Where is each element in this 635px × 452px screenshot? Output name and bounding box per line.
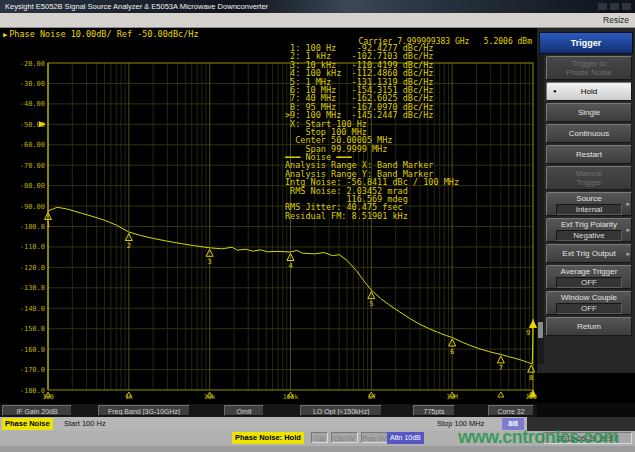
trace-header: ▶Phase Noise 10.00dB/ Ref -50.00dBc/Hz [3,29,199,39]
trace-marker-8 [528,365,535,372]
watermark: www.cntronics.com [458,427,619,448]
svg-text:-70.00: -70.00 [20,162,45,170]
status-bar-filler [537,403,635,417]
measurement-status-bar: IF Gain 20dBFreq Band [3G-10GHz]OmitLO O… [0,403,537,417]
svg-text:-60.00: -60.00 [20,141,45,149]
svg-text:-100.0: -100.0 [20,223,45,231]
title-bar: Keysight E5052B Signal Source Analyzer &… [0,0,635,13]
svg-text:-90.00: -90.00 [20,203,45,211]
ctrl-voltage-indicator: Ctrl 0V [331,432,358,443]
svg-text:-170.0: -170.0 [20,366,45,374]
axis-marker-tick-7 [498,392,504,397]
softkey-window-couple[interactable]: Window CoupleOFF [546,291,632,315]
softkey-sidebar: Trigger Trigger toPhase Noise●HoldSingle… [537,28,635,403]
trace-select-arrow-icon: ▶ [3,31,7,39]
svg-text:5: 5 [369,300,373,308]
svg-text:2: 2 [127,242,131,250]
svg-text:-130.0: -130.0 [20,284,45,292]
resize-button[interactable]: Resize [603,15,629,25]
submenu-arrow-icon: ▸ [626,249,630,258]
cal-indicator: Cal [311,432,328,443]
softkey-list: Trigger toPhase Noise●HoldSingleContinuo… [546,56,632,336]
sweep-range-bar: Phase Noise Start 100 Hz Stop 100 MHz 8/… [0,417,527,431]
svg-text:4: 4 [288,262,292,270]
softkey-return[interactable]: Return [546,317,632,336]
status-key-omit[interactable]: Omit [224,405,264,416]
analysis-info-line-11: Residual FM: 8.51901 kHz [285,212,459,220]
minimize-icon[interactable] [598,3,607,10]
svg-text:-30.00: -30.00 [20,80,45,88]
softkey-stack: Trigger Trigger toPhase Noise●HoldSingle… [537,28,635,373]
softkey-ext-trig-polarity[interactable]: Ext Trig PolarityNegative▸ [546,218,632,242]
close-icon[interactable] [622,3,631,10]
svg-text:7: 7 [499,364,503,372]
menu-bar: Resize [0,13,635,28]
start-frequency-label: Start 100 Hz [64,419,106,428]
selected-indicator: ● [553,87,557,96]
status-key-lo-opt-150khz-[interactable]: LO Opt [<150kHz] [300,405,382,416]
status-key-775pts[interactable]: 775pts [413,405,455,416]
status-key-freq-band-3g-10ghz-[interactable]: Freq Band [3G-10GHz] [98,405,190,416]
window-controls [598,3,631,10]
svg-text:-40.00: -40.00 [20,100,45,108]
mode-badge: Phase Noise [2,418,53,430]
status-key-corre-32[interactable]: Corre 32 [488,405,534,416]
softkey-value: OFF [556,277,622,288]
softkey-restart[interactable]: Restart [546,145,632,164]
scrollbar-thumb[interactable] [538,322,543,338]
maximize-icon[interactable] [610,3,619,10]
submenu-arrow-icon: ▸ [626,225,630,234]
softkey-single[interactable]: Single [546,103,632,122]
svg-text:-110.0: -110.0 [20,243,45,251]
status-key-if-gain-20db[interactable]: IF Gain 20dB [2,405,72,416]
softkey-trigger-to: Trigger toPhase Noise [546,56,632,80]
marker-readout-block: 1: 100 Hz -92.4277 dBc/Hz 2: 1 kHz -102.… [285,44,459,220]
svg-text:-160.0: -160.0 [20,346,45,354]
svg-text:-120.0: -120.0 [20,264,45,272]
softkey-hold[interactable]: ●Hold [546,82,632,101]
submenu-arrow-icon: ▸ [626,199,630,208]
app-window: Keysight E5052B Signal Source Analyzer &… [0,0,635,452]
softkey-menu-title: Trigger [539,32,633,54]
svg-text:-20.00: -20.00 [20,60,45,68]
svg-text:8: 8 [529,374,533,382]
softkey-value: OFF [556,303,622,314]
attenuator-badge: Attn 10dB [387,432,424,444]
softkey-scrollbar[interactable] [537,54,544,364]
softkey-continuous[interactable]: Continuous [546,124,632,143]
svg-text:6: 6 [450,348,454,356]
softkey-value: Negative [556,230,622,241]
softkey-manual: ManualTrigger [546,166,632,190]
svg-text:-80.00: -80.00 [20,182,45,190]
softkey-value: Internal [556,204,622,215]
trace-scale-label: Phase Noise 10.00dB/ Ref -50.00dBc/Hz [9,29,198,39]
window-title: Keysight E5052B Signal Source Analyzer &… [5,2,268,11]
trace-marker-9 [530,320,537,327]
svg-text:3: 3 [208,258,212,266]
svg-text:9: 9 [526,329,530,337]
softkey-ext-trig-output[interactable]: Ext Trig Output▸ [546,244,632,263]
svg-text:-140.0: -140.0 [20,305,45,313]
svg-text:-150.0: -150.0 [20,325,45,333]
phase-noise-plot: -20.00-30.00-40.00-50.00-60.00-70.00-80.… [0,28,537,403]
svg-text:1: 1 [46,221,50,229]
softkey-average-trigger[interactable]: Average TriggerOFF [546,265,632,289]
trigger-state-badge: Phase Noise: Hold [232,432,304,444]
power-voltage-indicator: Pow 0V [361,432,388,443]
softkey-source[interactable]: SourceInternal▸ [546,192,632,216]
